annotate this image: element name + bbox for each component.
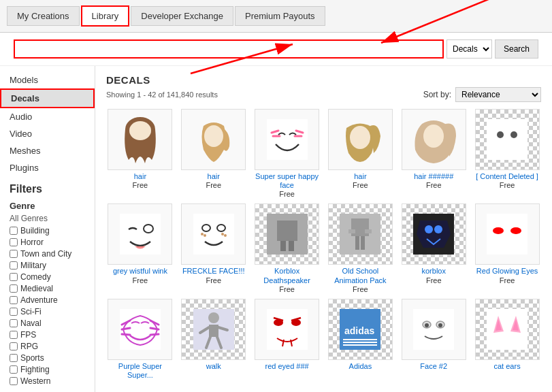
item-thumbnail[interactable] (475, 299, 540, 360)
search-input[interactable] (14, 39, 444, 59)
sidebar-item-plugins[interactable]: Plugins (0, 159, 95, 176)
item-name[interactable]: korblox (422, 267, 446, 276)
item-name[interactable]: grey wistful wink (113, 267, 167, 276)
item-thumbnail[interactable] (108, 299, 172, 360)
filter-fps[interactable]: FPS (10, 330, 85, 340)
item-name[interactable]: Red Glowing Eyes (476, 267, 538, 276)
tab-premium-payouts[interactable]: Premium Payouts (235, 6, 325, 26)
item-thumbnail[interactable] (181, 109, 246, 170)
item-thumbnail[interactable] (475, 109, 540, 170)
filter-adventure[interactable]: Adventure (10, 295, 85, 305)
filter-town-and-city[interactable]: Town and City (10, 249, 85, 259)
svg-point-70 (425, 323, 429, 327)
item-thumbnail[interactable] (402, 109, 466, 170)
item-price: Free (206, 276, 221, 284)
tab-my-creations[interactable]: My Creations (7, 6, 80, 26)
item-thumbnail[interactable] (402, 299, 466, 360)
filter-fighting[interactable]: Fighting (10, 365, 85, 374)
list-item: Old School Animation Pack Free (327, 203, 395, 293)
sidebar-item-models[interactable]: Models (0, 71, 95, 88)
item-price: Free (500, 276, 515, 284)
tab-library[interactable]: Library (81, 5, 130, 27)
svg-point-49 (208, 312, 219, 323)
item-name[interactable]: red eyed ### (265, 362, 308, 371)
content-title: DECALS (106, 74, 541, 86)
item-name[interactable]: [ Content Deleted ] (476, 172, 538, 181)
item-name[interactable]: walk (206, 362, 221, 371)
filter-western[interactable]: Western (10, 376, 85, 386)
item-thumbnail[interactable]: adidas (328, 299, 393, 360)
filter-scifi[interactable]: Sci-Fi (10, 307, 85, 316)
svg-point-23 (221, 233, 224, 235)
item-name[interactable]: hair ###### (414, 172, 453, 181)
item-thumbnail[interactable] (255, 109, 319, 170)
filter-scifi-checkbox[interactable] (10, 308, 18, 316)
filter-naval-checkbox[interactable] (10, 319, 18, 327)
content-area: DECALS Showing 1 - 42 of 141,840 results… (95, 66, 552, 392)
list-item: Korblox Deathspeaker Free (253, 203, 321, 293)
svg-rect-33 (348, 229, 355, 233)
sidebar-item-audio[interactable]: Audio (0, 108, 95, 125)
item-name[interactable]: hair (208, 172, 220, 181)
item-thumbnail[interactable] (475, 203, 540, 265)
filter-adventure-checkbox[interactable] (10, 296, 18, 304)
search-category-select[interactable]: Decals (447, 39, 492, 59)
old-school-icon (336, 210, 384, 258)
hair-icon (336, 116, 384, 163)
filter-comedy-checkbox[interactable] (10, 273, 18, 281)
item-name[interactable]: Super super happy face (255, 172, 319, 190)
sidebar-item-decals[interactable]: Decals (0, 88, 95, 108)
filter-rpg-checkbox[interactable] (10, 342, 18, 350)
tab-developer-exchange[interactable]: Developer Exchange (131, 6, 233, 26)
filter-medieval[interactable]: Medieval (10, 284, 85, 293)
filter-naval[interactable]: Naval (10, 318, 85, 328)
filter-sports[interactable]: Sports (10, 353, 85, 363)
sidebar-item-meshes[interactable]: Meshes (0, 142, 95, 159)
item-thumbnail[interactable] (402, 203, 466, 265)
item-price: Free (133, 276, 148, 284)
filter-horror[interactable]: Horror (10, 238, 85, 247)
item-thumbnail[interactable] (328, 203, 393, 265)
list-item: adidas Adidas (327, 299, 395, 380)
item-name[interactable]: Face #2 (420, 362, 447, 371)
list-item: cat ears (473, 299, 541, 380)
item-thumbnail[interactable] (181, 203, 246, 265)
sidebar-item-video[interactable]: Video (0, 125, 95, 142)
filter-fps-checkbox[interactable] (10, 331, 18, 339)
list-item: Purple Super Super... (106, 299, 174, 380)
item-name[interactable]: FRECKLE FACE!!! (182, 267, 245, 276)
item-name[interactable]: cat ears (494, 362, 521, 371)
item-name[interactable]: hair (134, 172, 146, 181)
item-name[interactable]: Old School Animation Pack (328, 267, 393, 284)
list-item: grey wistful wink Free (106, 203, 174, 293)
filter-fighting-checkbox[interactable] (10, 365, 18, 374)
item-thumbnail[interactable] (181, 299, 246, 360)
filter-military-checkbox[interactable] (10, 261, 18, 270)
item-name[interactable]: Korblox Deathspeaker (255, 267, 319, 284)
item-name[interactable]: hair (354, 172, 366, 181)
filter-medieval-checkbox[interactable] (10, 284, 18, 293)
item-thumbnail[interactable] (255, 299, 319, 360)
hair-icon (190, 116, 238, 163)
item-thumbnail[interactable] (328, 109, 393, 170)
hair-icon (410, 116, 457, 163)
search-button[interactable]: Search (495, 39, 538, 59)
filter-horror-checkbox[interactable] (10, 238, 18, 246)
item-thumbnail[interactable] (108, 109, 172, 170)
filter-western-checkbox[interactable] (10, 377, 18, 385)
item-thumbnail[interactable] (108, 203, 172, 265)
filter-military[interactable]: Military (10, 261, 85, 270)
filter-building-checkbox[interactable] (10, 227, 18, 235)
item-name[interactable]: Adidas (349, 362, 372, 371)
filter-town-city-checkbox[interactable] (10, 250, 18, 258)
filter-sports-checkbox[interactable] (10, 354, 18, 362)
list-item: hair ###### Free (400, 109, 468, 198)
item-thumbnail[interactable] (255, 203, 319, 265)
filter-building[interactable]: Building (10, 226, 85, 235)
filter-rpg[interactable]: RPG (10, 342, 85, 351)
item-price: Free (426, 276, 442, 284)
svg-point-15 (510, 131, 517, 138)
filter-comedy[interactable]: Comedy (10, 272, 85, 282)
item-name[interactable]: Purple Super Super... (108, 362, 172, 380)
sort-select[interactable]: Relevance Most Favorited Recently Update… (455, 87, 541, 102)
